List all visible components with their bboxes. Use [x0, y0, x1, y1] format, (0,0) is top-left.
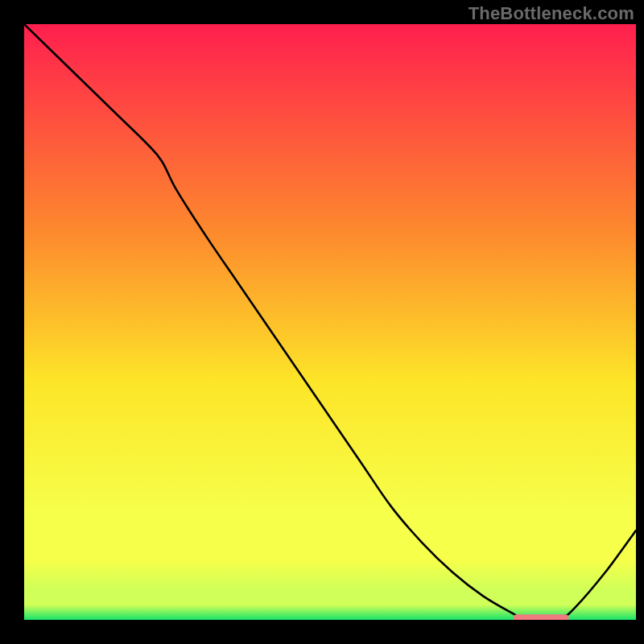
chart-frame: { "watermark": "TheBottleneck.com", "col…: [0, 0, 644, 644]
watermark-text: TheBottleneck.com: [469, 3, 634, 24]
highlight-marker: [514, 614, 568, 621]
bottleneck-chart: [0, 0, 644, 644]
